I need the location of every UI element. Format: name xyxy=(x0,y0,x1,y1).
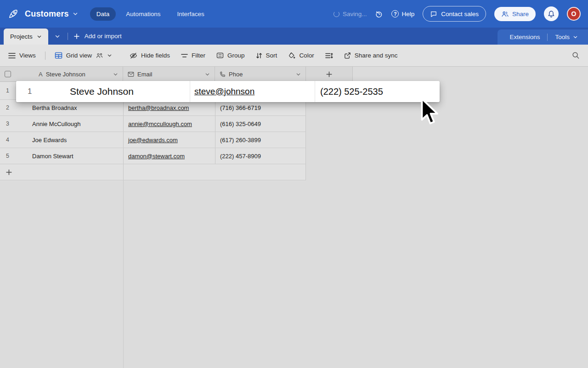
cell-phone[interactable]: (617) 260-3899 xyxy=(215,132,306,148)
external-link-icon xyxy=(344,52,351,59)
saving-label: Saving... xyxy=(343,11,367,17)
table-header-row: A Steve Johnson Email Phoe xyxy=(0,67,353,82)
email-link[interactable]: steve@johnson xyxy=(194,86,254,97)
grid-view-button[interactable]: Grid view xyxy=(55,52,112,59)
saving-status: Saving... xyxy=(334,11,367,17)
cell-email[interactable]: annie@mccullough.com xyxy=(123,116,215,132)
share-and-sync-button[interactable]: Share and sync xyxy=(344,52,398,59)
cell-name[interactable]: Annie McCullough xyxy=(32,121,123,127)
notifications-button[interactable] xyxy=(544,6,559,21)
cursor-arrow xyxy=(420,98,440,125)
frozen-column-divider xyxy=(123,180,124,368)
hide-fields-button[interactable]: Hide fields xyxy=(130,52,170,59)
divider xyxy=(123,164,124,180)
table-tab-strip: Projects Add or import Extensions Tools xyxy=(0,28,588,45)
group-label: Group xyxy=(227,52,245,59)
help-label: Help xyxy=(401,11,414,17)
add-row-button[interactable] xyxy=(0,164,306,180)
help-button[interactable]: ? Help xyxy=(391,10,414,17)
tab-automations[interactable]: Automations xyxy=(119,7,167,21)
base-name[interactable]: Customers xyxy=(25,9,69,19)
envelope-icon xyxy=(128,72,134,77)
table-row[interactable]: 2 Bertha Broadnax bertha@broadnax.com (7… xyxy=(0,100,306,116)
divider xyxy=(45,52,45,60)
cell-phone[interactable]: (222) 525-2535 xyxy=(320,86,383,97)
cell-email[interactable]: damon@stewart.com xyxy=(123,148,215,164)
color-label: Color xyxy=(299,52,314,59)
people-icon xyxy=(501,11,509,17)
grid-icon xyxy=(55,52,62,59)
avatar[interactable]: O xyxy=(567,7,581,21)
row-height-button[interactable] xyxy=(325,52,333,59)
cell-name[interactable]: Joe Edwards xyxy=(32,137,123,144)
table-row[interactable]: 4 Joe Edwards joe@edwards.com (617) 260-… xyxy=(0,132,306,148)
filter-icon xyxy=(181,53,188,58)
text-field-icon: A xyxy=(39,71,43,78)
row-number: 1 xyxy=(28,87,32,96)
chevron-down-icon[interactable] xyxy=(73,11,78,17)
cell-phone[interactable]: (616) 325-0649 xyxy=(215,116,306,132)
filter-button[interactable]: Filter xyxy=(181,52,205,59)
cell-name[interactable]: Damon Stewart xyxy=(32,153,123,160)
color-button[interactable]: Color xyxy=(288,52,314,59)
email-link[interactable]: bertha@broadnax.com xyxy=(128,104,189,111)
views-label: Views xyxy=(19,52,36,59)
column-header-email[interactable]: Email xyxy=(123,67,215,81)
row-number[interactable]: 5 xyxy=(0,153,32,159)
row-number[interactable]: 4 xyxy=(0,137,32,143)
collaborators-icon xyxy=(96,52,103,58)
chevron-down-icon[interactable] xyxy=(113,72,118,77)
column-header-phone[interactable]: Phoe xyxy=(215,67,306,81)
table-row[interactable]: 5 Damon Stewart damon@stewart.com (222) … xyxy=(0,148,306,164)
sort-button[interactable]: Sort xyxy=(256,52,277,59)
email-link[interactable]: annie@mccullough.com xyxy=(128,121,192,127)
cell-phone[interactable]: (716) 366-6719 xyxy=(215,100,306,115)
views-button[interactable]: Views xyxy=(8,52,36,59)
tools-label: Tools xyxy=(555,34,570,40)
cell-email[interactable]: joe@edwards.com xyxy=(123,132,215,148)
add-or-import-button[interactable]: Add or import xyxy=(74,33,122,40)
contact-sales-button[interactable]: Contact sales xyxy=(423,6,486,22)
help-icon: ? xyxy=(391,10,399,17)
email-link[interactable]: damon@stewart.com xyxy=(128,153,185,160)
menu-icon xyxy=(8,52,16,59)
plus-icon xyxy=(6,169,12,176)
tables-dropdown-button[interactable] xyxy=(55,34,60,39)
tab-data[interactable]: Data xyxy=(90,7,116,21)
add-field-button[interactable] xyxy=(306,67,353,81)
row-number[interactable]: 2 xyxy=(0,104,32,111)
email-link[interactable]: joe@edwards.com xyxy=(128,137,178,144)
add-or-import-label: Add or import xyxy=(85,33,122,40)
eye-off-icon xyxy=(130,52,137,59)
view-toolbar: Views Grid view Hide fields Filter Group… xyxy=(0,45,588,67)
hide-fields-label: Hide fields xyxy=(141,52,170,59)
row-number[interactable]: 3 xyxy=(0,121,32,127)
table-tab-label: Projects xyxy=(10,33,33,40)
cell-email[interactable]: bertha@broadnax.com xyxy=(123,100,215,115)
share-button[interactable]: Share xyxy=(494,7,536,21)
field-phone-group: Phoe xyxy=(220,71,243,78)
paint-bucket-icon xyxy=(288,52,295,59)
rocket-icon xyxy=(7,8,19,20)
row-height-icon xyxy=(325,52,333,59)
share-label: Share xyxy=(512,11,529,17)
extensions-button[interactable]: Extensions xyxy=(509,34,540,40)
chevron-down-icon[interactable] xyxy=(296,72,301,77)
table-row[interactable]: 3 Annie McCullough annie@mccullough.com … xyxy=(0,116,306,132)
chevron-down-icon[interactable] xyxy=(205,72,210,77)
cell-phone[interactable]: (222) 457-8909 xyxy=(215,148,306,164)
table-tab-projects[interactable]: Projects xyxy=(4,29,48,45)
history-icon[interactable] xyxy=(375,10,383,18)
tab-interfaces[interactable]: Interfaces xyxy=(170,7,210,21)
select-all-checkbox[interactable] xyxy=(5,71,11,77)
cell-name[interactable]: Bertha Broadnax xyxy=(32,104,123,111)
bell-icon xyxy=(548,10,555,18)
chevron-down-icon xyxy=(107,53,112,58)
cell-name[interactable]: Steve Johnson xyxy=(70,86,134,97)
column-header-name[interactable]: A Steve Johnson xyxy=(0,67,123,81)
search-button[interactable] xyxy=(572,52,580,59)
divider xyxy=(547,34,548,41)
tools-button[interactable]: Tools xyxy=(555,34,578,40)
magnified-row-card[interactable]: 1 Steve Johnson steve@johnson (222) 525-… xyxy=(16,81,440,102)
group-button[interactable]: Group xyxy=(216,52,245,59)
